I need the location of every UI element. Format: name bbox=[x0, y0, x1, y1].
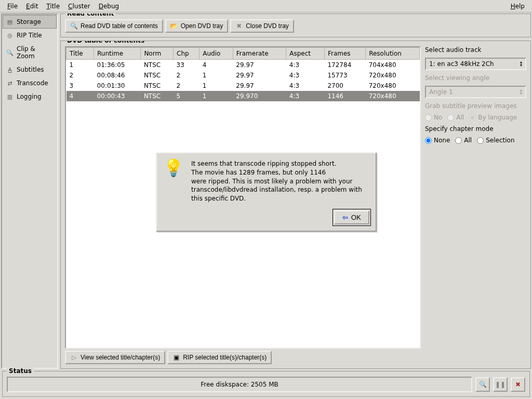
viewing-angle-combo: Angle 1 ▴▾ bbox=[425, 86, 526, 98]
subtitle-radio-group: No All By language bbox=[425, 114, 526, 121]
folder-open-icon: 📂 bbox=[170, 22, 178, 30]
table-cell: NTSC bbox=[141, 60, 174, 71]
table-cell: 720x480 bbox=[366, 91, 420, 101]
pause-button[interactable]: ❚❚ bbox=[493, 377, 508, 392]
table-cell: 33 bbox=[174, 60, 200, 71]
sidebar: ▤ Storage ◎ RIP Title 🔍 Clip & Zoom A Su… bbox=[1, 14, 58, 369]
toc-header-cell[interactable]: Chp bbox=[174, 48, 200, 60]
text-icon: A bbox=[6, 66, 14, 73]
subtitle-all-radio: All bbox=[447, 114, 464, 121]
dialog-text: It seems that transcode ripping stopped … bbox=[191, 159, 369, 203]
toc-header-cell[interactable]: Aspect bbox=[286, 48, 325, 60]
toc-header-cell[interactable]: Framerate bbox=[233, 48, 286, 60]
status-text: Free diskspace: 2505 MB bbox=[7, 377, 472, 392]
sidebar-item-label: Logging bbox=[17, 93, 42, 100]
convert-icon: ⇄ bbox=[6, 79, 14, 87]
toc-header-cell[interactable]: Resolution bbox=[366, 48, 420, 60]
table-cell: 2 bbox=[174, 70, 200, 81]
sidebar-item-label: Subtitles bbox=[17, 66, 44, 73]
table-cell: 4:3 bbox=[286, 91, 325, 101]
lightbulb-icon: 💡 bbox=[163, 159, 184, 203]
chapter-selection-radio[interactable]: Selection bbox=[477, 137, 514, 144]
chapter-mode-label: Specify chapter mode bbox=[425, 125, 526, 132]
chapter-all-radio[interactable]: All bbox=[455, 137, 472, 144]
sidebar-item-label: Storage bbox=[17, 18, 41, 25]
toc-header-cell[interactable]: Title bbox=[66, 48, 94, 60]
table-cell: 4:3 bbox=[286, 81, 325, 91]
warning-dialog: 💡 It seems that transcode ripping stoppe… bbox=[156, 152, 377, 232]
subtitle-bylang-radio: By language bbox=[469, 114, 517, 121]
menu-help[interactable]: Help bbox=[507, 2, 529, 11]
table-row[interactable]: 400:00:43NTSC5129.9704:31146720x480 bbox=[66, 91, 420, 101]
table-cell: 3 bbox=[66, 81, 94, 91]
menu-cluster[interactable]: Cluster bbox=[64, 2, 95, 11]
table-row[interactable]: 200:08:46NTSC2129.974:315773720x480 bbox=[66, 70, 420, 81]
sidebar-item-label: RIP Title bbox=[17, 32, 42, 39]
toc-header-cell[interactable]: Frames bbox=[324, 48, 365, 60]
table-cell: NTSC bbox=[141, 91, 174, 101]
sidebar-item-rip-title[interactable]: ◎ RIP Title bbox=[3, 29, 57, 42]
menu-edit[interactable]: Edit bbox=[22, 2, 42, 11]
open-tray-button[interactable]: 📂 Open DVD tray bbox=[165, 19, 228, 33]
table-cell: 00:00:43 bbox=[94, 91, 141, 101]
table-cell: 29.97 bbox=[233, 81, 286, 91]
sidebar-item-label: Transcode bbox=[17, 79, 48, 87]
magnifier-icon: 🔍 bbox=[6, 49, 14, 56]
cancel-button[interactable]: ✖ bbox=[511, 377, 525, 392]
table-cell: 4:3 bbox=[286, 60, 325, 71]
sidebar-item-logging[interactable]: ▥ Logging bbox=[3, 90, 57, 103]
status-legend: Status bbox=[7, 367, 34, 375]
table-cell: 15773 bbox=[324, 70, 365, 81]
table-cell: NTSC bbox=[141, 70, 174, 81]
close-icon: ✖ bbox=[235, 22, 243, 30]
close-tray-button[interactable]: ✖ Close DVD tray bbox=[230, 19, 294, 33]
ok-button[interactable]: ⇦ OK bbox=[334, 210, 369, 224]
toc-header-cell[interactable]: Runtime bbox=[94, 48, 141, 60]
sidebar-item-label: Clip & Zoom bbox=[17, 45, 53, 60]
table-cell: 4 bbox=[66, 91, 94, 101]
menu-debug[interactable]: Debug bbox=[95, 2, 123, 11]
table-row[interactable]: 300:01:30NTSC2129.974:32700720x480 bbox=[66, 81, 420, 91]
audio-track-combo[interactable]: 1: en ac3 48kHz 2Ch ▴▾ bbox=[425, 58, 526, 70]
table-cell: 29.970 bbox=[233, 91, 286, 101]
log-icon: ▥ bbox=[6, 93, 14, 100]
disc-icon: ◎ bbox=[6, 32, 14, 39]
table-cell: 00:01:30 bbox=[94, 81, 141, 91]
table-cell: 29.97 bbox=[233, 60, 286, 71]
table-cell: 00:08:46 bbox=[94, 70, 141, 81]
read-content-group: Read content 🔍 Read DVD table of content… bbox=[60, 14, 531, 37]
record-icon: ▣ bbox=[172, 354, 180, 361]
toc-header-cell[interactable]: Audio bbox=[200, 48, 233, 60]
subtitle-no-radio: No bbox=[425, 114, 442, 121]
table-cell: 1 bbox=[200, 81, 233, 91]
table-cell: 720x480 bbox=[366, 70, 420, 81]
table-row[interactable]: 101:36:05NTSC33429.974:3172784704x480 bbox=[66, 60, 420, 71]
sidebar-item-transcode[interactable]: ⇄ Transcode bbox=[3, 76, 57, 90]
menu-title[interactable]: Title bbox=[42, 2, 64, 11]
sidebar-item-subtitles[interactable]: A Subtitles bbox=[3, 63, 57, 76]
table-cell: 720x480 bbox=[366, 81, 420, 91]
view-selected-button[interactable]: ▷ View selected title/chapter(s) bbox=[65, 351, 165, 364]
table-cell: 1 bbox=[200, 70, 233, 81]
sidebar-item-clip-zoom[interactable]: 🔍 Clip & Zoom bbox=[3, 42, 57, 63]
zoom-button[interactable]: 🔍 bbox=[475, 377, 490, 392]
read-content-legend: Read content bbox=[65, 14, 116, 17]
magnifier-icon: 🔍 bbox=[479, 381, 487, 388]
magnifier-icon: 🔍 bbox=[70, 22, 77, 30]
table-cell: 1 bbox=[200, 91, 233, 101]
cancel-icon: ✖ bbox=[515, 381, 521, 388]
table-cell: 1 bbox=[66, 60, 94, 71]
table-cell: 5 bbox=[174, 91, 200, 101]
menu-file[interactable]: File bbox=[3, 2, 22, 11]
chapter-none-radio[interactable]: None bbox=[425, 137, 450, 144]
table-cell: 4:3 bbox=[286, 70, 325, 81]
table-cell: 4 bbox=[200, 60, 233, 71]
table-cell: 704x480 bbox=[366, 60, 420, 71]
options-panel: Select audio track 1: en ac3 48kHz 2Ch ▴… bbox=[425, 46, 526, 349]
rip-selected-button[interactable]: ▣ RIP selected title(s)/chapter(s) bbox=[167, 351, 272, 364]
table-cell: 01:36:05 bbox=[94, 60, 141, 71]
toc-header-cell[interactable]: Norm bbox=[141, 48, 174, 60]
viewing-angle-label: Select viewing angle bbox=[425, 74, 526, 82]
read-toc-button[interactable]: 🔍 Read DVD table of contents bbox=[65, 19, 163, 33]
sidebar-item-storage[interactable]: ▤ Storage bbox=[3, 15, 57, 29]
